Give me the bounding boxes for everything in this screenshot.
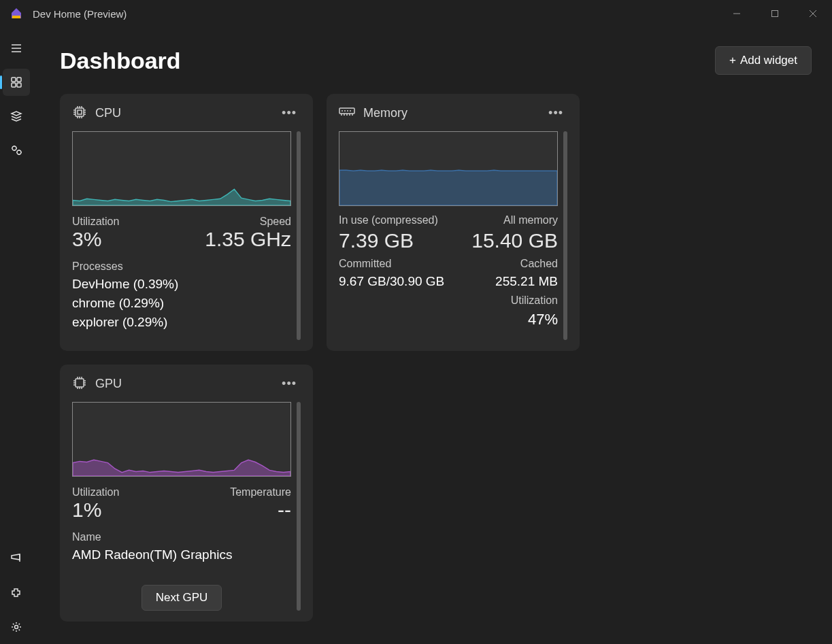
widget-cpu: CPU ••• Utilization Speed 3% — [60, 94, 313, 351]
memory-all-value: 15.40 GB — [471, 228, 558, 254]
memory-cached-value: 255.21 MB — [471, 274, 558, 289]
memory-chart — [339, 131, 558, 206]
hamburger-button[interactable] — [3, 35, 30, 62]
svg-rect-23 — [76, 379, 84, 387]
memory-all-label: All memory — [471, 214, 558, 226]
gpu-name-label: Name — [72, 531, 291, 543]
page-title: Dashboard — [60, 48, 181, 74]
nav-feedback[interactable] — [3, 545, 30, 573]
svg-rect-16 — [76, 108, 84, 116]
gpu-chart — [72, 402, 291, 477]
widget-memory-scrollbar[interactable] — [563, 131, 567, 340]
app-icon — [10, 7, 23, 20]
cpu-chart — [72, 131, 291, 206]
nav-extensions-config[interactable] — [3, 137, 30, 164]
memory-inuse-value: 7.39 GB — [339, 228, 471, 254]
main: Dashboard + Add widget CPU ••• — [33, 27, 832, 644]
svg-rect-9 — [17, 78, 21, 82]
add-widget-label: Add widget — [740, 54, 797, 67]
cpu-speed-value: 1.35 GHz — [205, 226, 291, 252]
widget-gpu: GPU ••• Utilization Temperature 1% — [60, 365, 313, 622]
svg-rect-0 — [12, 16, 20, 18]
gpu-name-value: AMD Radeon(TM) Graphics — [72, 547, 291, 562]
nav-machine-config[interactable] — [3, 103, 30, 130]
svg-rect-8 — [12, 78, 16, 82]
minimize-button[interactable] — [718, 0, 756, 27]
widget-memory-title: Memory — [363, 106, 407, 120]
widget-memory-more-button[interactable]: ••• — [544, 105, 567, 122]
svg-rect-10 — [12, 83, 16, 87]
widget-cpu-title: CPU — [95, 106, 121, 120]
next-gpu-button[interactable]: Next GPU — [142, 585, 222, 611]
memory-committed-label: Committed — [339, 258, 471, 270]
cpu-process-2: explorer (0.29%) — [72, 315, 291, 330]
widget-gpu-more-button[interactable]: ••• — [278, 375, 301, 392]
gpu-icon — [72, 375, 87, 392]
memory-cached-label: Cached — [471, 258, 558, 270]
add-widget-button[interactable]: + Add widget — [715, 46, 812, 75]
widget-gpu-scrollbar[interactable] — [297, 402, 301, 611]
app-title: Dev Home (Preview) — [33, 8, 127, 20]
widget-gpu-title: GPU — [95, 377, 122, 391]
plus-icon: + — [729, 54, 736, 67]
gpu-temperature-value: -- — [278, 497, 291, 523]
svg-point-13 — [17, 150, 21, 154]
cpu-processes-label: Processes — [72, 260, 291, 273]
svg-rect-17 — [78, 110, 82, 114]
svg-point-12 — [12, 146, 16, 150]
sidebar — [0, 27, 33, 644]
memory-icon — [339, 107, 355, 120]
caption-buttons — [718, 0, 832, 27]
titlebar: Dev Home (Preview) — [0, 0, 832, 27]
svg-rect-11 — [17, 83, 21, 87]
memory-utilization-value: 47% — [471, 311, 558, 328]
maximize-button[interactable] — [756, 0, 794, 27]
cpu-process-0: DevHome (0.39%) — [72, 277, 291, 292]
widget-cpu-more-button[interactable]: ••• — [278, 105, 301, 122]
nav-dashboard[interactable] — [3, 69, 30, 96]
memory-inuse-label: In use (compressed) — [339, 214, 471, 226]
widget-cpu-scrollbar[interactable] — [297, 131, 301, 340]
widget-memory: Memory ••• In use (compressed) All memor… — [327, 94, 580, 351]
svg-point-15 — [15, 626, 18, 629]
cpu-icon — [72, 105, 87, 122]
nav-extensions[interactable] — [3, 579, 30, 607]
close-button[interactable] — [794, 0, 832, 27]
memory-committed-value: 9.67 GB/30.90 GB — [339, 274, 471, 289]
memory-utilization-label: Utilization — [471, 294, 558, 307]
cpu-utilization-value: 3% — [72, 226, 101, 252]
cpu-process-1: chrome (0.29%) — [72, 296, 291, 311]
nav-settings[interactable] — [3, 613, 30, 641]
gpu-utilization-value: 1% — [72, 497, 101, 523]
svg-rect-2 — [772, 11, 778, 17]
